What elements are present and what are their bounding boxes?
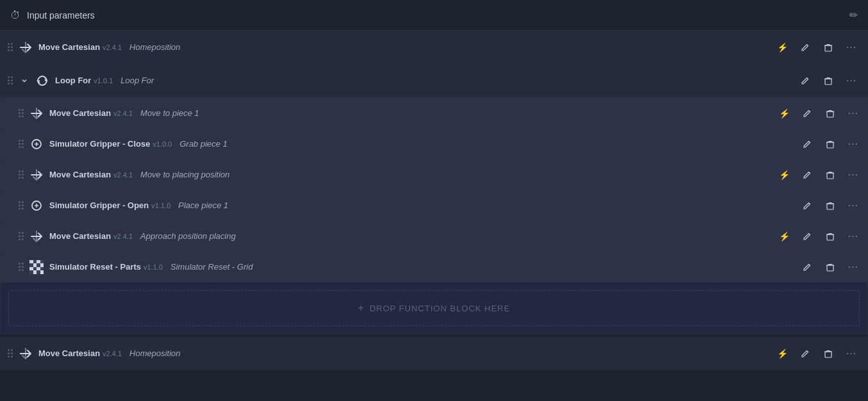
child-3-edit-btn[interactable] (798, 166, 816, 184)
svg-rect-7 (827, 204, 833, 209)
child-3-bolt-btn[interactable]: ⚡ (775, 166, 793, 184)
child-2-label: Grab piece 1 (179, 139, 798, 149)
child-2-version: v1.0.0 (152, 140, 172, 148)
loop-collapse-btn[interactable] (18, 74, 31, 87)
loop-delete-btn[interactable] (819, 72, 837, 90)
loop-name: Loop For (55, 76, 91, 85)
bottom-drag-handle[interactable] (8, 349, 13, 357)
child-6-drag[interactable] (19, 263, 24, 271)
child-6-actions: ··· (798, 258, 862, 276)
child-5-name: Move Cartesian (49, 231, 111, 241)
top-row-edit-btn[interactable] (796, 38, 814, 56)
header-edit-icon[interactable]: ✏ (849, 9, 858, 21)
child-2-icon (29, 136, 44, 152)
bottom-row-version: v2.4.1 (102, 350, 122, 357)
child-row-1: Move Cartesian v2.4.1 Move to piece 1 ⚡ … (1, 98, 867, 129)
child-3-icon (29, 167, 44, 183)
child-1-icon (29, 106, 44, 121)
top-move-cartesian-row: Move Cartesian v2.4.1 Homeposition ⚡ ··· (0, 31, 868, 64)
child-4-more-btn[interactable]: ··· (844, 197, 862, 215)
loop-icon (35, 73, 50, 88)
child-5-edit-btn[interactable] (798, 227, 816, 245)
child-1-label: Move to piece 1 (140, 108, 775, 118)
child-row-5: Move Cartesian v2.4.1 Approach position … (1, 221, 867, 252)
bottom-move-cartesian-row: Move Cartesian v2.4.1 Homeposition ⚡ ··· (0, 337, 868, 370)
header-bar: ⏱ Input parameters ✏ (0, 0, 868, 31)
child-5-actions: ⚡ ··· (775, 227, 862, 245)
child-5-delete-btn[interactable] (821, 227, 839, 245)
drag-dots (8, 76, 13, 85)
child-4-version: v1.1.0 (151, 202, 170, 209)
child-2-edit-btn[interactable] (798, 135, 816, 153)
svg-rect-8 (827, 234, 833, 240)
child-3-version: v2.4.1 (113, 171, 133, 179)
bottom-row-more-btn[interactable]: ··· (842, 345, 860, 363)
child-6-version: v1.1.0 (143, 263, 163, 271)
loop-label: Loop For (120, 76, 796, 85)
child-6-name: Simulator Reset - Parts (49, 262, 141, 272)
svg-rect-4 (827, 142, 833, 148)
child-1-delete-btn[interactable] (821, 104, 839, 122)
loop-more-btn[interactable]: ··· (842, 72, 860, 90)
loop-header: Loop For v1.0.1 Loop For ··· (0, 64, 868, 97)
drag-dots (8, 43, 13, 51)
child-6-label: Simulator Reset - Grid (170, 262, 798, 272)
child-1-edit-btn[interactable] (798, 104, 816, 122)
child-1-name: Move Cartesian (49, 108, 111, 118)
child-2-name: Simulator Gripper - Close (49, 139, 150, 149)
child-2-more-btn[interactable]: ··· (844, 135, 862, 153)
loop-body: Move Cartesian v2.4.1 Move to piece 1 ⚡ … (0, 97, 868, 334)
bottom-row-edit-btn[interactable] (796, 345, 814, 363)
child-2-delete-btn[interactable] (821, 135, 839, 153)
child-4-label: Place piece 1 (178, 201, 798, 210)
top-row-actions: ⚡ ··· (773, 38, 860, 56)
drop-plus-icon: + (358, 302, 364, 314)
svg-rect-9 (827, 265, 833, 271)
svg-rect-2 (827, 111, 833, 117)
child-2-actions: ··· (798, 135, 862, 153)
child-5-drag[interactable] (19, 232, 24, 240)
move-cartesian-icon (18, 40, 33, 55)
bottom-row-label: Homeposition (129, 348, 773, 358)
child-row-2: Simulator Gripper - Close v1.0.0 Grab pi… (1, 129, 867, 160)
child-1-more-btn[interactable]: ··· (844, 104, 862, 122)
child-6-more-btn[interactable]: ··· (844, 258, 862, 276)
top-row-more-btn[interactable]: ··· (842, 38, 860, 56)
child-6-icon (29, 259, 44, 275)
loop-drag-handle[interactable] (8, 76, 13, 85)
child-2-drag[interactable] (19, 140, 24, 148)
drag-dots (8, 349, 13, 357)
child-row-4: Simulator Gripper - Open v1.1.0 Place pi… (1, 190, 867, 221)
child-6-delete-btn[interactable] (821, 258, 839, 276)
child-4-actions: ··· (798, 197, 862, 215)
loop-edit-btn[interactable] (796, 72, 814, 90)
top-row-delete-btn[interactable] (819, 38, 837, 56)
loop-version: v1.0.1 (94, 77, 113, 85)
child-5-bolt-btn[interactable]: ⚡ (775, 227, 793, 245)
svg-rect-1 (825, 79, 831, 85)
child-4-name: Simulator Gripper - Open (49, 201, 149, 210)
child-4-icon (29, 198, 44, 213)
timer-icon: ⏱ (10, 10, 20, 21)
child-4-drag[interactable] (19, 201, 24, 209)
top-row-bolt-btn[interactable]: ⚡ (773, 38, 791, 56)
child-3-delete-btn[interactable] (821, 166, 839, 184)
child-6-edit-btn[interactable] (798, 258, 816, 276)
bottom-row-delete-btn[interactable] (819, 345, 837, 363)
child-4-delete-btn[interactable] (821, 197, 839, 215)
child-5-more-btn[interactable]: ··· (844, 227, 862, 245)
drop-zone[interactable]: + DROP FUNCTION BLOCK HERE (8, 290, 860, 326)
bottom-row-icon (18, 346, 33, 361)
child-1-drag[interactable] (19, 109, 24, 117)
drag-handle[interactable] (8, 43, 13, 51)
child-3-more-btn[interactable]: ··· (844, 166, 862, 184)
page-wrapper: ⏱ Input parameters ✏ Move Cartesian v2.4… (0, 0, 868, 401)
top-row-name: Move Cartesian (38, 42, 100, 52)
child-3-drag[interactable] (19, 170, 24, 179)
child-1-version: v2.4.1 (113, 110, 133, 117)
drop-zone-label: DROP FUNCTION BLOCK HERE (370, 304, 511, 313)
bottom-row-bolt-btn[interactable]: ⚡ (773, 345, 791, 363)
child-1-bolt-btn[interactable]: ⚡ (775, 104, 793, 122)
top-row-label: Homeposition (129, 42, 773, 52)
child-4-edit-btn[interactable] (798, 197, 816, 215)
